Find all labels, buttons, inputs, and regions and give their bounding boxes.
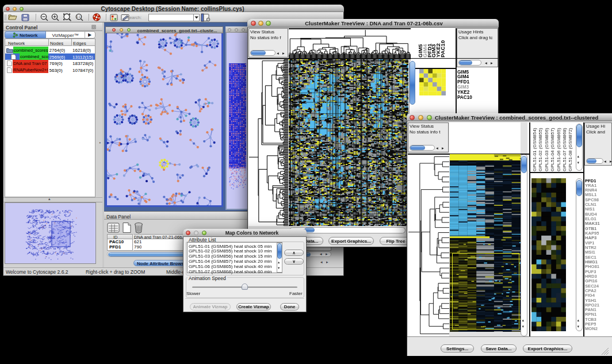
svg-text:GPL51-01 (GSM854): GPL51-01 (GSM854) <box>532 128 537 171</box>
svg-text:GPL51-07 (GSM868): GPL51-07 (GSM868) <box>562 128 567 171</box>
svg-text:PAC10: PAC10 <box>439 40 446 58</box>
svg-text:GPL51-02 (GSM855): GPL51-02 (GSM855) <box>538 128 543 171</box>
svg-text:Search:: Search: <box>127 15 141 20</box>
svg-text:GPL51-08 (GSM872): GPL51-08 (GSM872) <box>568 128 573 171</box>
svg-text:1:1: 1:1 <box>77 16 81 18</box>
svg-text:GPL51-04 (GSM857): GPL51-04 (GSM857) <box>550 128 555 171</box>
svg-text:GPL51-06 (GSM865): GPL51-06 (GSM865) <box>556 128 561 171</box>
svg-text:GPL51-03 (GSM856): GPL51-03 (GSM856) <box>544 128 549 171</box>
